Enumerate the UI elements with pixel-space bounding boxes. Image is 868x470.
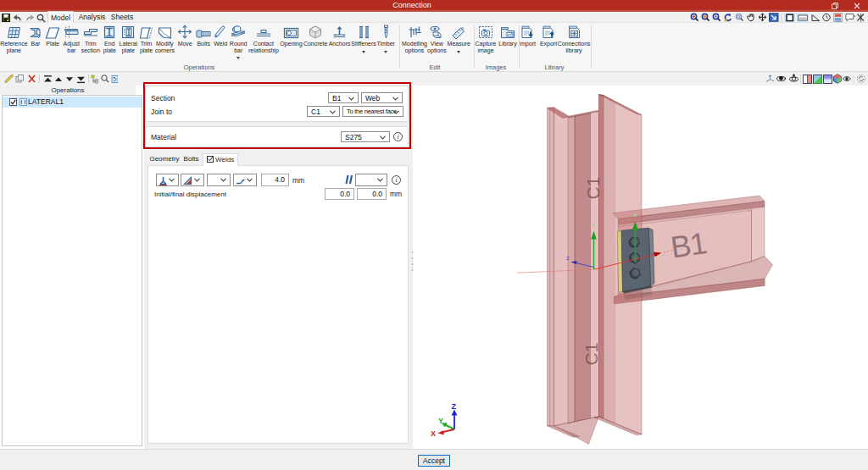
svg-text:C1: C1 <box>583 177 603 200</box>
svg-text:Z: Z <box>452 402 457 411</box>
svg-text:Z: Z <box>566 256 570 261</box>
svg-text:X: X <box>431 429 436 438</box>
svg-text:C1: C1 <box>581 343 601 366</box>
svg-text:B1: B1 <box>669 225 709 264</box>
svg-text:Y: Y <box>438 417 443 425</box>
